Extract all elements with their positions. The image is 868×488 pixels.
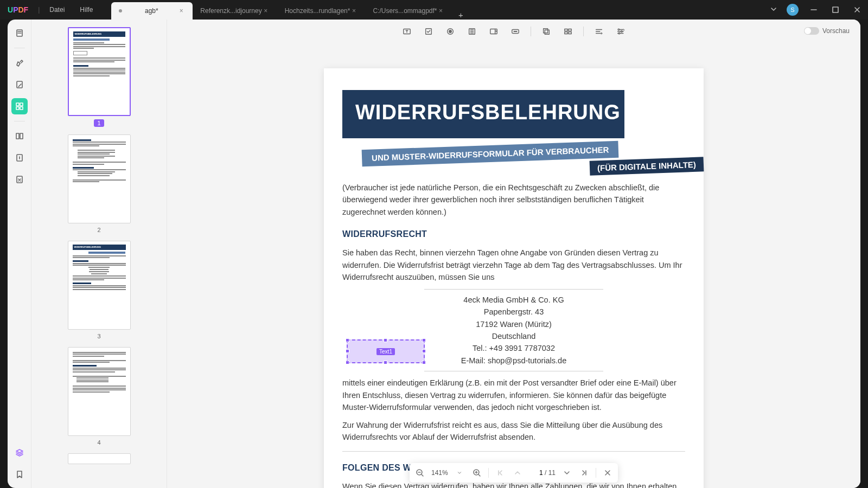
chevron-down-icon[interactable] bbox=[769, 5, 778, 15]
svg-rect-3 bbox=[16, 103, 19, 106]
field-label-tag: Text1 bbox=[376, 348, 395, 355]
svg-rect-4 bbox=[20, 103, 23, 106]
thumbnail-page-5[interactable] bbox=[68, 453, 131, 464]
thumb-number: 1 bbox=[94, 119, 104, 127]
thumbnail-page-2[interactable] bbox=[68, 134, 131, 223]
doc-paragraph: Zur Wahrung der Widerrufsfrist reicht es… bbox=[342, 419, 685, 444]
create-multiple-tool[interactable] bbox=[561, 25, 575, 38]
svg-rect-23 bbox=[569, 32, 571, 34]
zoom-value[interactable]: 141% bbox=[431, 469, 448, 477]
doc-paragraph: Sie haben das Recht, binnen vierzehn Tag… bbox=[342, 247, 685, 283]
menu-help[interactable]: Hilfe bbox=[72, 6, 100, 14]
edit-icon[interactable] bbox=[11, 76, 28, 93]
resize-handle[interactable] bbox=[384, 338, 387, 342]
tab-hochzeits[interactable]: Hochzeits...rundlagen*× bbox=[277, 2, 366, 20]
thumbnail-page-3[interactable]: WIDERRUFSBELEHRUNG bbox=[68, 241, 131, 330]
zoom-dropdown[interactable] bbox=[454, 467, 465, 479]
resize-handle[interactable] bbox=[346, 338, 349, 342]
organize-icon[interactable] bbox=[11, 128, 28, 144]
crop-icon[interactable] bbox=[11, 171, 28, 188]
main-canvas-area: Vorschau WIDERRUFSBELEHRUNG UND MUSTER-W… bbox=[167, 20, 860, 488]
doc-intro: (Verbraucher ist jede natürliche Person,… bbox=[342, 182, 685, 218]
doc-heading: WIDERRUFSRECHT bbox=[342, 228, 685, 241]
prev-page-button[interactable] bbox=[512, 467, 524, 479]
resize-handle[interactable] bbox=[384, 361, 387, 364]
close-icon[interactable]: × bbox=[350, 7, 358, 15]
tab-users[interactable]: C:/Users...ommagpdf*× bbox=[365, 2, 452, 20]
radio-tool[interactable] bbox=[444, 25, 457, 38]
app-logo: UPDF bbox=[0, 5, 36, 14]
svg-rect-8 bbox=[20, 133, 23, 139]
close-icon[interactable]: × bbox=[262, 7, 270, 15]
minimize-button[interactable] bbox=[803, 0, 825, 20]
layers-icon[interactable] bbox=[11, 445, 28, 461]
thumb-number: 2 bbox=[97, 227, 100, 233]
avatar[interactable]: S bbox=[787, 4, 799, 16]
copy-tool[interactable] bbox=[540, 25, 553, 38]
resize-handle[interactable] bbox=[422, 349, 426, 353]
text-field-tool[interactable] bbox=[400, 25, 413, 38]
svg-rect-6 bbox=[20, 107, 23, 110]
svg-rect-0 bbox=[833, 7, 838, 12]
doc-title-banner: WIDERRUFSBELEHRUNG bbox=[342, 90, 624, 138]
maximize-button[interactable] bbox=[825, 0, 846, 20]
title-bar: UPDF | Datei Hilfe agb*× Referenzk...idj… bbox=[0, 0, 868, 20]
checkbox-tool[interactable] bbox=[422, 25, 435, 38]
doc-paragraph: mittels einer eindeutigen Erklärung (z.B… bbox=[342, 377, 685, 413]
close-button[interactable] bbox=[846, 0, 868, 20]
svg-rect-22 bbox=[565, 32, 567, 34]
preview-toggle[interactable]: Vorschau bbox=[804, 27, 850, 35]
reader-icon[interactable] bbox=[11, 25, 28, 41]
svg-rect-5 bbox=[16, 107, 19, 110]
thumb-number: 4 bbox=[97, 439, 100, 446]
zoom-in-button[interactable] bbox=[471, 467, 483, 479]
menu-file[interactable]: Datei bbox=[42, 6, 72, 14]
new-tab-button[interactable]: + bbox=[452, 10, 470, 20]
close-icon[interactable]: × bbox=[437, 7, 445, 15]
button-tool[interactable] bbox=[509, 25, 522, 38]
page-number-input[interactable] bbox=[529, 469, 543, 477]
svg-rect-18 bbox=[544, 29, 548, 33]
resize-handle[interactable] bbox=[422, 338, 426, 342]
protect-icon[interactable] bbox=[11, 150, 28, 166]
align-tool[interactable] bbox=[592, 25, 605, 38]
workspace: WIDERRUFSBELEHRUNG1 2 WIDERRUFSBELEHRUNG… bbox=[8, 20, 860, 488]
svg-rect-20 bbox=[565, 29, 567, 31]
form-settings-tool[interactable] bbox=[614, 25, 627, 38]
resize-handle[interactable] bbox=[422, 361, 426, 364]
doc-subtitle-2: (FÜR DIGITALE INHALTE) bbox=[590, 157, 704, 175]
combo-tool[interactable] bbox=[487, 25, 500, 38]
tab-referenzk[interactable]: Referenzk...idjourney× bbox=[193, 2, 277, 20]
pdf-page[interactable]: WIDERRUFSBELEHRUNG UND MUSTER-WIDERRUFSF… bbox=[324, 68, 704, 488]
svg-rect-2 bbox=[17, 81, 22, 88]
page-input-wrap: / 11 bbox=[529, 469, 556, 477]
document-tabs: agb*× Referenzk...idjourney× Hochzeits..… bbox=[111, 0, 769, 20]
close-pager-button[interactable] bbox=[602, 467, 614, 479]
list-tool[interactable] bbox=[465, 25, 478, 38]
first-page-button[interactable] bbox=[494, 467, 506, 479]
resize-handle[interactable] bbox=[346, 349, 349, 353]
left-rail bbox=[8, 20, 31, 488]
bookmark-icon[interactable] bbox=[11, 466, 28, 483]
form-icon[interactable] bbox=[11, 98, 28, 114]
thumbnail-panel[interactable]: WIDERRUFSBELEHRUNG1 2 WIDERRUFSBELEHRUNG… bbox=[31, 20, 167, 488]
svg-rect-19 bbox=[545, 30, 549, 34]
next-page-button[interactable] bbox=[561, 467, 573, 479]
highlighter-icon[interactable] bbox=[11, 55, 28, 71]
thumb-number: 3 bbox=[97, 333, 100, 339]
form-text-field[interactable]: Text1 bbox=[347, 339, 425, 363]
zoom-out-button[interactable] bbox=[414, 467, 426, 479]
toggle-switch[interactable] bbox=[804, 27, 819, 35]
page-canvas[interactable]: WIDERRUFSBELEHRUNG UND MUSTER-WIDERRUFSF… bbox=[167, 47, 860, 488]
page-navigator: 141% / 11 bbox=[410, 463, 618, 483]
doc-subtitle-1: UND MUSTER-WIDERRUFSFORMULAR FÜR VERBRAU… bbox=[362, 141, 619, 167]
tab-agb[interactable]: agb*× bbox=[111, 2, 193, 20]
close-icon[interactable]: × bbox=[177, 7, 185, 15]
last-page-button[interactable] bbox=[578, 467, 590, 479]
form-toolbar bbox=[400, 25, 627, 38]
svg-rect-21 bbox=[569, 29, 571, 31]
svg-rect-7 bbox=[16, 133, 19, 139]
thumbnail-page-4[interactable] bbox=[68, 347, 131, 436]
thumbnail-page-1[interactable]: WIDERRUFSBELEHRUNG bbox=[68, 27, 131, 116]
resize-handle[interactable] bbox=[346, 361, 349, 364]
